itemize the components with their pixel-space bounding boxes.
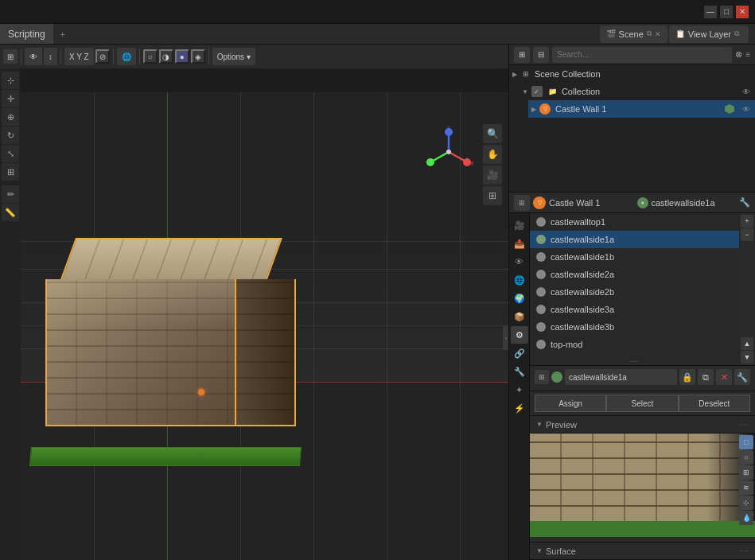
particles-props-btn[interactable]: ✦ — [511, 381, 528, 399]
scripting-tab[interactable]: Scripting — [0, 24, 53, 44]
mat-item-0[interactable]: castlewalltop1 — [530, 213, 739, 231]
world-props-btn[interactable]: 🌍 — [511, 290, 528, 307]
mat-item-6[interactable]: castlewallside3b — [530, 318, 739, 336]
zoom-in-btn[interactable]: 🔍 — [483, 124, 502, 143]
material-lock-btn[interactable]: 🔒 — [679, 369, 695, 385]
more-dots: .... — [530, 353, 739, 365]
castle-eye-icon[interactable]: 👁 — [741, 103, 752, 115]
mat-item-5[interactable]: castlewallside3a — [530, 301, 739, 318]
material-wrench-btn[interactable]: 🔧 — [734, 369, 750, 385]
view-props-btn[interactable]: 👁 — [511, 253, 528, 270]
preview-sphere-btn[interactable]: □ — [739, 435, 753, 449]
material-props-btn[interactable]: ⚙ — [511, 326, 528, 344]
cursor-tool-btn[interactable]: ✛ — [2, 90, 19, 107]
prop-wrench-icon[interactable]: 🔧 — [739, 197, 750, 208]
options-btn[interactable]: Options ▾ — [212, 48, 255, 65]
assign-button[interactable]: Assign — [535, 395, 606, 412]
viewport-side-tools: 🔍 ✋ 🎥 ⊞ — [483, 124, 502, 205]
annotate-tool-btn[interactable]: ✏ — [2, 185, 19, 203]
xyz-button[interactable]: X Y Z — [64, 48, 94, 65]
preview-wave-btn[interactable]: ≋ — [739, 480, 753, 495]
physics-props-btn[interactable]: ⚡ — [511, 399, 528, 417]
constraint-props-btn[interactable]: 🔗 — [511, 344, 528, 362]
viewport-canvas[interactable]: Z X Y 🔍 ✋ — [21, 68, 508, 560]
svg-text:Y: Y — [426, 161, 430, 166]
preview-title: Preview — [546, 420, 577, 430]
collection-eye-icon[interactable]: 👁 — [741, 86, 752, 97]
preview-render-btn[interactable]: ⊹ — [739, 496, 753, 510]
shading-solid-btn[interactable]: ◑ — [159, 49, 173, 64]
add-material-slot-btn[interactable] — [741, 215, 753, 228]
object-props-btn[interactable]: 📦 — [511, 308, 528, 325]
outliner-options-icon[interactable]: ≡ — [745, 50, 750, 59]
modifier-props-btn[interactable]: 🔧 — [511, 363, 528, 380]
preview-flat-btn[interactable]: ○ — [739, 450, 753, 465]
pivot-icon[interactable]: ⊘ — [95, 49, 110, 64]
material-shield-icon — [725, 104, 734, 114]
rotate-tool-btn[interactable]: ↻ — [2, 126, 19, 144]
close-button[interactable]: ✕ — [736, 6, 749, 18]
camera-btn[interactable]: 🎥 — [483, 165, 502, 185]
measure-tool-btn[interactable]: 📏 — [2, 204, 19, 221]
minimize-button[interactable]: — — [704, 6, 717, 18]
collection-checkbox[interactable]: ✓ — [531, 86, 543, 97]
right-panel: ⊞ ⊟ ⊗ ≡ ▶ ⊞ Scene Collection ▼ ✓ 📁 Colle… — [508, 45, 755, 560]
viewport-view-btn[interactable]: 👁 — [25, 48, 42, 65]
material-name-label: castlewallside1a — [652, 198, 737, 208]
add-tab-button[interactable]: + — [53, 25, 72, 44]
remove-material-slot-btn[interactable] — [741, 228, 753, 241]
output-props-btn[interactable]: 📤 — [511, 235, 528, 252]
mat-item-1[interactable]: castlewallside1a — [530, 231, 739, 248]
editor-type-icon[interactable]: ⊞ — [3, 49, 18, 64]
scene-tab[interactable]: 🎬 Scene ⧉ ✕ — [600, 25, 667, 43]
slot-editor-btn[interactable]: ⊞ — [535, 370, 549, 384]
mat-item-4[interactable]: castlewallside2b — [530, 283, 739, 301]
mat-label-0: castlewalltop1 — [551, 217, 605, 227]
material-list-controls — [739, 213, 755, 365]
select-tool-btn[interactable]: ⊹ — [2, 72, 19, 89]
maximize-button[interactable]: □ — [720, 6, 733, 18]
mat-item-7[interactable]: top-mod — [530, 336, 739, 353]
scale-tool-btn[interactable]: ⤡ — [2, 145, 19, 162]
viewport-gizmo[interactable]: Z X Y — [421, 124, 477, 180]
move-tool-btn[interactable]: ⊕ — [2, 108, 19, 126]
outliner-display-btn[interactable]: ⊟ — [533, 47, 549, 63]
material-move-up-btn[interactable] — [741, 337, 753, 350]
castle-side-face — [236, 279, 296, 426]
separator-5 — [208, 49, 209, 64]
shading-wire-btn[interactable]: ○ — [143, 49, 158, 64]
material-copy-btn[interactable]: ⧉ — [698, 369, 714, 385]
grid-toggle-btn[interactable]: ⊞ — [483, 186, 502, 205]
collection-item[interactable]: ▼ ✓ 📁 Collection 👁 — [519, 83, 755, 100]
viewlayer-tab[interactable]: 📋 View Layer ⧉ — [669, 25, 749, 43]
mat-item-2[interactable]: castlewallside1b — [530, 248, 739, 266]
scene-collection-item[interactable]: ▶ ⊞ Scene Collection — [509, 65, 755, 83]
deselect-button[interactable]: Deselect — [679, 395, 750, 412]
pan-btn[interactable]: ✋ — [483, 145, 502, 164]
svg-point-9 — [446, 150, 451, 154]
viewport-move-btn[interactable]: ↕ — [44, 48, 57, 65]
material-slot-input[interactable] — [565, 369, 677, 385]
mat-item-3[interactable]: castlewallside2a — [530, 266, 739, 283]
scene-props-btn[interactable]: 🌐 — [511, 271, 528, 289]
castle-wall-item[interactable]: ▶ ▽ Castle Wall 1 👁 — [528, 100, 755, 118]
transform-tool-btn[interactable]: ⊞ — [2, 163, 19, 181]
shading-mat-btn[interactable]: ● — [175, 49, 189, 64]
select-button[interactable]: Select — [606, 395, 678, 412]
scene-tab-close-icon[interactable]: ✕ — [655, 30, 661, 38]
material-move-down-btn[interactable] — [741, 351, 753, 364]
outliner-filter-icon[interactable]: ⊗ — [735, 49, 742, 60]
preview-plane-btn[interactable]: ⊞ — [739, 465, 753, 480]
render-props-btn[interactable]: 🎥 — [511, 216, 528, 234]
object-type-icon: ▽ — [533, 196, 546, 209]
preview-world-btn[interactable]: 💧 — [739, 511, 753, 525]
outliner-search[interactable] — [552, 47, 732, 63]
mat-swatch-2 — [536, 252, 546, 262]
outliner-editor-btn[interactable]: ⊞ — [514, 47, 530, 63]
castle-object[interactable] — [45, 238, 300, 429]
shading-render-btn[interactable]: ◈ — [191, 49, 205, 64]
panel-collapse-handle[interactable]: ‹ — [503, 326, 508, 350]
prop-editor-type-btn[interactable]: ⊞ — [514, 195, 530, 211]
snap-btn[interactable]: 🌐 — [117, 48, 136, 65]
material-unlink-btn[interactable]: ✕ — [716, 369, 732, 385]
